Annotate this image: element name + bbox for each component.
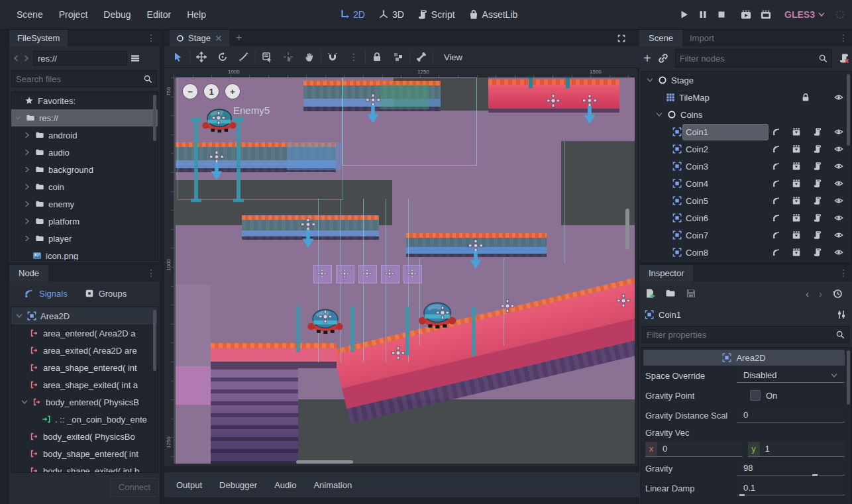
tree-item-android[interactable]: android: [11, 126, 158, 144]
menu-scene[interactable]: Scene: [9, 9, 50, 20]
gizmo-crosshair-icon[interactable]: [211, 111, 226, 125]
visibility-eye-icon[interactable]: [834, 144, 843, 154]
zoom-out-button[interactable]: −: [183, 84, 197, 99]
chevron-right-icon[interactable]: [23, 200, 31, 208]
tree-item-audio[interactable]: audio: [11, 144, 158, 161]
new-tab-button[interactable]: +: [236, 32, 242, 44]
script-icon[interactable]: [813, 213, 822, 223]
grouped-icon[interactable]: [792, 162, 801, 171]
gizmo-crosshair-icon[interactable]: [391, 346, 405, 360]
script-icon[interactable]: [813, 127, 822, 136]
node-coin5[interactable]: Coin5: [641, 192, 851, 209]
tools-icon[interactable]: [836, 309, 847, 320]
canvas-hscrollbar[interactable]: [296, 460, 353, 464]
visibility-eye-icon[interactable]: [834, 127, 843, 136]
chevron-down-icon[interactable]: [15, 312, 23, 320]
play-custom-scene-button[interactable]: [761, 9, 771, 20]
linear-damp-field[interactable]: 0.1: [737, 481, 845, 495]
grouped-icon[interactable]: [792, 213, 801, 223]
tab-groups[interactable]: Groups: [85, 289, 127, 299]
script-icon[interactable]: [813, 196, 822, 205]
tab-signals[interactable]: Signals: [24, 288, 68, 299]
pause-button[interactable]: [698, 10, 708, 19]
tab-debugger[interactable]: Debugger: [219, 480, 257, 490]
add-node-button[interactable]: +: [643, 51, 651, 66]
signal-item[interactable]: body_shape_entered( int: [11, 445, 158, 462]
tree-item-background[interactable]: background: [11, 161, 158, 178]
chevron-down-icon[interactable]: [646, 76, 654, 84]
grouped-icon[interactable]: [792, 127, 801, 136]
script-icon[interactable]: [813, 230, 822, 240]
move-gizmo[interactable]: [207, 150, 226, 181]
workspace-assetlib[interactable]: AssetLib: [468, 9, 518, 20]
tree-item-res[interactable]: res://: [11, 109, 158, 126]
close-tab-icon[interactable]: ✕: [215, 33, 223, 44]
visibility-eye-icon[interactable]: [834, 230, 843, 240]
gravity-field[interactable]: 98: [737, 461, 845, 476]
gizmo-crosshair-icon[interactable]: [546, 93, 560, 108]
group-object-button[interactable]: [388, 48, 408, 66]
search-files-input[interactable]: [12, 74, 143, 84]
gravity-vec-x-field[interactable]: x 0: [645, 442, 743, 457]
signal-item[interactable]: area_exited( Area2D are: [11, 342, 158, 359]
move-tool-button[interactable]: [191, 48, 211, 66]
signal-item[interactable]: body_shape_exited( int b: [11, 462, 158, 473]
lock-icon[interactable]: [801, 93, 810, 102]
panel-menu-icon[interactable]: ⋮: [839, 268, 848, 278]
nav-forward-icon[interactable]: [23, 54, 30, 62]
tab-stage[interactable]: Stage ✕: [170, 30, 229, 46]
move-gizmo[interactable]: [580, 94, 599, 125]
coin-node[interactable]: [403, 265, 422, 283]
script-icon[interactable]: [813, 144, 822, 154]
coin-node[interactable]: [336, 265, 354, 283]
play-scene-button[interactable]: [741, 9, 751, 20]
coin-node[interactable]: [358, 265, 377, 283]
tree-item-platform[interactable]: platform: [11, 213, 158, 230]
coin-node[interactable]: [313, 265, 332, 283]
signal-item[interactable]: area_entered( Area2D a: [11, 325, 158, 342]
gizmo-crosshair-icon[interactable]: [500, 299, 515, 313]
workspace-2d[interactable]: 2D: [339, 9, 365, 20]
slider-grabber[interactable]: [739, 494, 745, 496]
skeleton-options-button[interactable]: [411, 48, 431, 66]
chevron-right-icon[interactable]: [23, 183, 31, 191]
chevron-down-icon[interactable]: [14, 114, 22, 122]
node-stage[interactable]: Stage: [641, 72, 851, 89]
grouped-icon[interactable]: [792, 248, 801, 257]
grouped-icon[interactable]: [792, 230, 801, 240]
node-coin7[interactable]: Coin7: [641, 227, 851, 244]
signal-icon[interactable]: [772, 248, 781, 257]
favorites-item[interactable]: Favorites:: [11, 92, 158, 109]
renderer-dropdown[interactable]: GLES3: [784, 9, 825, 20]
gravity-vec-y-field[interactable]: y 1: [748, 442, 845, 457]
lock-object-button[interactable]: [367, 48, 387, 66]
node-coins[interactable]: Coins: [641, 106, 851, 123]
node-coin3[interactable]: Coin3: [641, 158, 851, 175]
signal-icon[interactable]: [772, 213, 781, 223]
coin-gizmo-icon[interactable]: [362, 269, 372, 278]
menu-help[interactable]: Help: [180, 9, 213, 20]
gravity-point-checkbox[interactable]: [750, 390, 761, 401]
signal-connection[interactable]: . :: _on_coin_body_ente: [11, 411, 158, 428]
coin-gizmo-icon[interactable]: [407, 269, 417, 278]
filter-properties-input[interactable]: [643, 330, 835, 340]
visibility-eye-icon[interactable]: [834, 248, 843, 257]
filter-nodes-input[interactable]: [676, 54, 818, 64]
chevron-down-icon[interactable]: [655, 111, 663, 119]
history-back-icon[interactable]: ‹: [806, 288, 809, 299]
chevron-right-icon[interactable]: [23, 217, 31, 225]
gravity-distance-field[interactable]: 0: [737, 408, 845, 423]
grouped-icon[interactable]: [792, 196, 801, 205]
coin-gizmo-icon[interactable]: [317, 269, 327, 278]
scrollbar[interactable]: [153, 310, 156, 371]
tab-audio[interactable]: Audio: [274, 480, 296, 490]
node-tilemap[interactable]: TileMap: [641, 89, 851, 106]
pan-tool-button[interactable]: [299, 48, 319, 66]
grouped-icon[interactable]: [792, 179, 801, 188]
panel-menu-icon[interactable]: ⋮: [146, 32, 156, 43]
menu-project[interactable]: Project: [52, 9, 95, 20]
tree-item-player[interactable]: player: [11, 230, 158, 247]
tab-node[interactable]: Node: [9, 265, 48, 281]
visibility-eye-icon[interactable]: [834, 93, 843, 102]
menu-editor[interactable]: Editor: [140, 9, 179, 20]
